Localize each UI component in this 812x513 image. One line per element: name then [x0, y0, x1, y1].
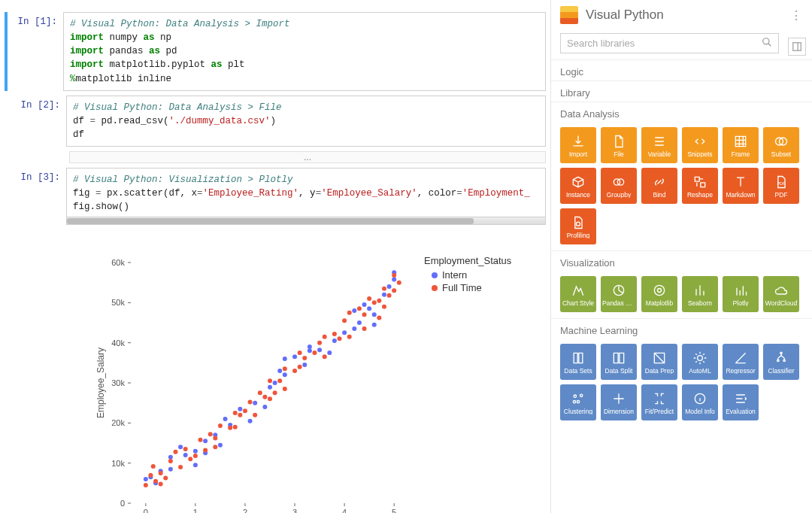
style-icon [570, 282, 586, 299]
vp-tile-fit/predict[interactable]: Fit/Predict [641, 384, 677, 420]
svg-point-126 [382, 287, 386, 291]
vp-tile-data-split[interactable]: Data Split [601, 344, 637, 380]
vp-tile-label: Chart Style [562, 300, 595, 307]
vp-tile-subset[interactable]: Subset [763, 127, 799, 163]
svg-point-89 [218, 423, 223, 428]
code-icon [692, 133, 708, 150]
vp-tile-markdown[interactable]: Markdown [723, 168, 759, 204]
svg-text:4: 4 [342, 508, 347, 513]
vp-tile-chart-style[interactable]: Chart Style [560, 276, 596, 312]
svg-point-69 [392, 278, 396, 282]
vp-search-box[interactable] [560, 33, 779, 53]
vp-tile-classifier[interactable]: Classifier [763, 344, 799, 380]
cell-source[interactable]: # Visual Python: Data Analysis > File df… [66, 96, 546, 147]
cell-source[interactable]: # Visual Python: Data Analysis > Import … [63, 12, 546, 91]
vp-tile-reshape[interactable]: Reshape [682, 168, 718, 204]
vp-grid-data-analysis: ImportFileVariableSnippetsFrameSubsetIns… [551, 123, 812, 250]
fit-icon [651, 390, 668, 407]
svg-text:60k: 60k [111, 258, 125, 267]
svg-point-90 [228, 426, 232, 430]
vp-tile-label: Data Prep [644, 368, 674, 375]
cell-prompt: In [3]: [8, 168, 66, 225]
svg-point-93 [238, 413, 242, 417]
vp-tile-label: Profiling [566, 232, 591, 239]
vp-section-library[interactable]: Library [551, 80, 812, 102]
svg-point-108 [302, 356, 307, 360]
svg-point-124 [377, 316, 381, 320]
vp-tile-wordcloud[interactable]: WordCloud [763, 276, 799, 312]
legend-item[interactable]: Full Time [432, 282, 511, 293]
svg-point-115 [342, 319, 347, 323]
vp-tile-data-prep[interactable]: Data Prep [641, 344, 677, 380]
code-cell[interactable]: In [1]:# Visual Python: Data Analysis > … [5, 12, 546, 91]
vp-tile-regressor[interactable]: Regressor [723, 344, 759, 380]
vp-more-icon[interactable]: ⋮ [790, 8, 803, 23]
vp-tile-dimension[interactable]: Dimension [601, 384, 637, 420]
vp-tile-bind[interactable]: Bind [641, 168, 677, 204]
vp-panel-toggle-button[interactable] [788, 38, 806, 56]
svg-point-57 [327, 351, 332, 355]
vp-section-logic[interactable]: Logic [551, 59, 812, 80]
svg-point-77 [163, 476, 168, 481]
vp-tile-label: Subset [771, 151, 792, 158]
svg-text:10k: 10k [111, 459, 125, 468]
svg-point-50 [283, 373, 287, 378]
collapsed-output[interactable]: ... [69, 151, 546, 163]
bars-icon [692, 282, 708, 299]
vp-section-ml[interactable]: Machine Learning [551, 318, 812, 339]
legend-label: Full Time [442, 282, 482, 293]
tree-icon [773, 350, 789, 366]
vp-tile-variable[interactable]: Variable [641, 127, 677, 163]
svg-point-71 [144, 483, 148, 487]
vp-tile-groupby[interactable]: Groupby [601, 168, 637, 204]
code-cell[interactable]: In [2]:# Visual Python: Data Analysis > … [8, 96, 546, 147]
vp-tile-plotly[interactable]: Plotly [723, 276, 759, 312]
svg-point-84 [198, 438, 203, 442]
book-icon [570, 350, 586, 366]
vp-search-input[interactable] [567, 38, 762, 49]
vp-section-data-analysis[interactable]: Data Analysis [551, 102, 812, 123]
svg-point-44 [248, 419, 253, 423]
svg-point-144 [698, 355, 703, 360]
vp-tile-label: Markdown [725, 192, 756, 199]
vp-tile-import[interactable]: Import [560, 127, 596, 163]
vp-tile-data-sets[interactable]: Data Sets [560, 344, 596, 380]
svg-point-128 [392, 289, 396, 293]
svg-point-64 [367, 307, 371, 311]
vp-tile-snippets[interactable]: Snippets [682, 127, 718, 163]
vp-tile-pandas-plot[interactable]: Pandas Plot [601, 276, 637, 312]
svg-line-132 [768, 44, 771, 47]
vp-tile-clustering[interactable]: Clustering [560, 384, 596, 420]
svg-point-111 [323, 355, 327, 360]
vp-tile-label: Dimension [603, 408, 635, 415]
vp-tile-file[interactable]: File [601, 127, 637, 163]
vp-tile-seaborn[interactable]: Seaborn [682, 276, 718, 312]
vp-tile-label: Bind [652, 192, 666, 199]
svg-point-48 [273, 381, 277, 385]
vp-tile-pdf[interactable]: PDFPDF [763, 168, 799, 204]
reg-icon [732, 350, 749, 366]
svg-text:20k: 20k [111, 419, 125, 428]
svg-point-81 [183, 447, 188, 451]
cell-source[interactable]: # Visual Python: Visualization > Plotly … [66, 168, 546, 225]
vp-section-visualization[interactable]: Visualization [551, 250, 812, 272]
vp-tile-model-info[interactable]: Model Info [682, 384, 718, 420]
svg-point-130 [397, 281, 401, 285]
svg-point-60 [352, 326, 356, 331]
vp-tile-matplotlib[interactable]: Matplotlib [641, 276, 677, 312]
svg-point-106 [298, 365, 302, 369]
svg-point-78 [168, 459, 173, 463]
file-icon [611, 133, 627, 150]
vp-tile-evaluation[interactable]: Evaluation [723, 384, 759, 420]
code-cell[interactable]: In [3]:# Visual Python: Visualization > … [8, 168, 546, 225]
legend-label: Intern [442, 269, 467, 281]
svg-point-58 [332, 338, 337, 343]
vp-tile-automl[interactable]: AutoML [682, 344, 718, 380]
svg-point-32 [168, 455, 173, 460]
vp-tile-profiling[interactable]: Profiling [560, 208, 596, 244]
vp-tile-instance[interactable]: Instance [560, 168, 596, 204]
vp-tile-frame[interactable]: Frame [723, 127, 759, 163]
svg-point-151 [573, 400, 575, 402]
horizontal-scrollbar[interactable] [67, 217, 545, 224]
legend-item[interactable]: Intern [432, 269, 511, 281]
